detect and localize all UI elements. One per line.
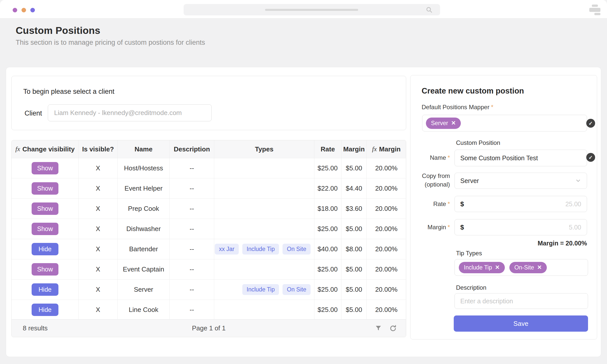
filter-icon[interactable] [375,325,382,332]
position-name: Bartender [118,239,170,259]
name-valid-check-icon: ✓ [586,153,595,162]
name-input[interactable] [454,150,587,166]
position-margin: $8.00 [341,239,367,259]
position-types [214,219,314,239]
position-fx-margin: 20.00% [367,280,406,300]
address-search-bar[interactable] [184,4,440,15]
tip-type-tag[interactable]: Include Tip✕ [459,262,505,273]
position-rate: $25.00 [314,300,341,320]
custom-position-label: Custom Position [456,139,500,146]
row-action-button[interactable]: Show [32,223,58,235]
row-action-button[interactable]: Hide [32,304,58,316]
header-is-visible: Is visible? [79,140,118,158]
address-placeholder-line [265,9,358,11]
position-fx-margin: 20.00% [367,199,406,219]
table-row: Hide X Bartender -- xx Jar Include Tip O… [12,239,406,259]
page-subtitle: This section is to manage pricing of cus… [16,39,205,47]
row-action-button[interactable]: Hide [32,243,58,255]
position-description: -- [170,300,214,320]
remove-tag-icon[interactable]: ✕ [451,120,456,126]
is-visible-value: X [79,259,118,279]
table-row: Show X Host/Hostess -- $25.00 $5.00 20.0… [12,158,406,178]
window-dot-3[interactable] [30,8,35,12]
header-fx-margin: fxMargin [367,140,406,158]
position-fx-margin: 20.00% [367,259,406,279]
mapper-tag[interactable]: Server✕ [426,118,461,129]
position-types [214,199,314,219]
table-row: Show X Prep Cook -- $18.00 $3.60 20.00% [12,198,406,219]
position-name: Server [118,280,170,300]
copy-from-value: Server [460,177,479,185]
position-rate: $25.00 [314,219,341,239]
rate-label: Rate* [410,200,450,208]
type-tag[interactable]: On Site [283,284,311,295]
tip-type-tag[interactable]: On-Site✕ [509,262,547,273]
is-visible-value: X [79,300,118,320]
header-name: Name [118,140,170,158]
table-row: Show X Dishwasher -- $25.00 $5.00 20.00% [12,219,406,239]
required-asterisk: * [489,104,493,110]
position-name: Host/Hostess [118,158,170,178]
position-description: -- [170,178,214,198]
copy-from-select[interactable]: Server [454,173,587,189]
client-label: Client [25,109,42,117]
row-action-button[interactable]: Show [32,202,58,215]
position-fx-margin: 20.00% [367,158,406,178]
position-description: -- [170,239,214,259]
rate-input[interactable] [464,200,581,208]
row-action-button[interactable]: Hide [32,283,58,296]
stack-menu-icon[interactable] [589,5,601,15]
position-margin: $4.40 [341,178,367,198]
window-dot-2[interactable] [21,8,26,12]
position-types: xx Jar Include Tip On Site [214,239,314,259]
header-margin: Margin [341,140,367,158]
save-button[interactable]: Save [454,315,588,332]
type-tag[interactable]: Include Tip [242,284,279,295]
type-tag[interactable]: Include Tip [242,244,279,255]
table-row: Show X Event Helper -- $22.00 $4.40 20.0… [12,178,406,198]
window-dot-1[interactable] [13,8,17,12]
position-name: Prep Cook [118,199,170,219]
tip-types-multiselect[interactable]: Include Tip✕ On-Site✕ [454,259,588,276]
position-rate: $25.00 [314,280,341,300]
position-name: Line Cook [118,300,170,320]
name-label: Name* [410,154,450,161]
fx-icon: fx [372,145,377,153]
margin-label: Margin* [410,224,450,231]
position-margin: $5.00 [341,300,367,320]
required-asterisk: * [446,154,450,161]
client-input[interactable] [48,104,212,121]
margin-input[interactable] [464,224,581,231]
type-tag[interactable]: On Site [283,244,311,255]
row-action-button[interactable]: Show [32,162,58,174]
is-visible-value: X [79,280,118,300]
margin-currency-prefix: $ [460,223,464,231]
position-rate: $25.00 [314,158,341,178]
position-types: Include Tip On Site [214,280,314,300]
app-window: Custom Positions This section is to mana… [0,0,607,364]
chevron-down-icon [575,178,581,184]
position-margin: $5.00 [341,219,367,239]
position-types [214,178,314,198]
client-select-section: To begin please select a client Client [11,76,406,130]
position-rate: $18.00 [314,199,341,219]
refresh-icon[interactable] [389,325,397,332]
margin-field: $ [454,219,587,235]
position-fx-margin: 20.00% [367,300,406,320]
fx-icon: fx [15,145,20,153]
position-types [214,158,314,178]
is-visible-value: X [79,178,118,198]
rate-field: $ [454,196,587,212]
row-action-button[interactable]: Show [32,263,58,276]
main-card: To begin please select a client Client f… [6,67,601,357]
remove-tag-icon[interactable]: ✕ [537,264,542,271]
remove-tag-icon[interactable]: ✕ [495,264,500,271]
type-tag[interactable]: xx Jar [215,244,239,255]
position-description: -- [170,259,214,279]
position-rate: $25.00 [314,259,341,279]
row-action-button[interactable]: Show [32,182,58,195]
position-fx-margin: 20.00% [367,178,406,198]
window-controls [13,8,35,12]
mapper-multiselect[interactable]: Server✕ [422,115,587,131]
description-input[interactable] [454,293,588,309]
